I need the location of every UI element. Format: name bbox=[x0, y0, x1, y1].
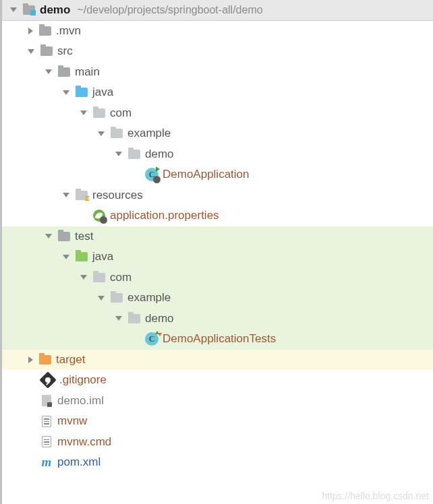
package-icon bbox=[127, 148, 141, 160]
folder-label: .mvn bbox=[56, 24, 81, 38]
excluded-folder-icon bbox=[38, 354, 52, 366]
no-arrow-spacer bbox=[26, 398, 36, 404]
folder-label: main bbox=[75, 65, 100, 79]
folder-target[interactable]: target bbox=[2, 350, 433, 371]
chevron-down-icon[interactable] bbox=[80, 111, 87, 115]
folder-test[interactable]: test bbox=[2, 226, 433, 247]
chevron-down-icon[interactable] bbox=[10, 7, 17, 12]
chevron-down-icon[interactable] bbox=[45, 234, 52, 239]
spring-boot-class-icon: C bbox=[145, 168, 158, 181]
file-mvnw-cmd[interactable]: mvnw.cmd bbox=[2, 432, 433, 453]
file-mvnw[interactable]: mvnw bbox=[2, 411, 433, 432]
folder-label: java bbox=[92, 250, 113, 263]
file-gitignore[interactable]: .gitignore bbox=[2, 370, 433, 391]
no-arrow-spacer bbox=[26, 418, 36, 424]
project-path-label: ~/develop/projects/springboot-all/demo bbox=[77, 4, 262, 16]
folder-icon bbox=[38, 25, 52, 37]
folder-demo-test[interactable]: demo bbox=[2, 309, 433, 329]
folder-label: demo bbox=[145, 148, 174, 161]
chevron-down-icon[interactable] bbox=[63, 90, 69, 95]
no-arrow-spacer bbox=[79, 212, 88, 219]
chevron-right-icon[interactable] bbox=[28, 356, 33, 363]
file-label: application.properties bbox=[110, 209, 219, 222]
chevron-down-icon[interactable] bbox=[28, 49, 34, 54]
chevron-down-icon[interactable] bbox=[63, 193, 69, 197]
file-label: pom.xml bbox=[57, 455, 100, 469]
folder-label: example bbox=[127, 127, 171, 140]
folder-label: java bbox=[92, 86, 113, 99]
file-label: demo.iml bbox=[57, 394, 104, 408]
folder-com-main[interactable]: com bbox=[2, 103, 433, 124]
test-sources-group: test java com example demo C D bbox=[2, 226, 433, 350]
folder-label: test bbox=[75, 230, 93, 243]
file-label: .gitignore bbox=[59, 373, 107, 387]
spring-config-icon bbox=[92, 210, 106, 222]
package-icon bbox=[127, 313, 141, 325]
chevron-down-icon[interactable] bbox=[63, 255, 69, 259]
folder-label: src bbox=[57, 44, 73, 58]
no-arrow-spacer bbox=[132, 336, 141, 342]
file-application-properties[interactable]: application.properties bbox=[2, 206, 433, 226]
project-root-row[interactable]: demo ~/develop/projects/springboot-all/d… bbox=[2, 0, 433, 21]
gitignore-icon bbox=[40, 374, 55, 386]
folder-example-test[interactable]: example bbox=[2, 288, 433, 309]
file-demo-application[interactable]: C DemoApplication bbox=[2, 164, 433, 185]
resources-folder-icon bbox=[75, 189, 88, 201]
file-label: mvnw.cmd bbox=[57, 435, 111, 449]
chevron-down-icon[interactable] bbox=[45, 69, 52, 74]
folder-java-test[interactable]: java bbox=[2, 247, 433, 267]
folder-example-main[interactable]: example bbox=[2, 123, 433, 144]
no-arrow-spacer bbox=[26, 377, 36, 383]
package-icon bbox=[110, 292, 123, 304]
file-label: DemoApplication bbox=[163, 168, 250, 181]
chevron-down-icon[interactable] bbox=[115, 152, 122, 156]
file-demo-iml[interactable]: demo.iml bbox=[2, 391, 433, 412]
file-label: DemoApplicationTests bbox=[163, 332, 276, 346]
folder-label: target bbox=[56, 353, 85, 367]
chevron-right-icon[interactable] bbox=[28, 28, 33, 34]
no-arrow-spacer bbox=[26, 439, 36, 445]
project-tree[interactable]: demo ~/develop/projects/springboot-all/d… bbox=[0, 0, 433, 504]
file-demo-application-tests[interactable]: C DemoApplicationTests bbox=[2, 329, 433, 350]
folder-label: example bbox=[127, 291, 171, 305]
source-folder-icon bbox=[75, 86, 88, 98]
project-name-label: demo bbox=[40, 3, 70, 17]
text-file-icon bbox=[40, 415, 53, 427]
folder-main[interactable]: main bbox=[2, 62, 433, 83]
folder-java-main[interactable]: java bbox=[2, 82, 433, 103]
package-icon bbox=[92, 272, 106, 284]
folder-icon bbox=[40, 45, 53, 57]
chevron-down-icon[interactable] bbox=[98, 131, 105, 136]
folder-mvn[interactable]: .mvn bbox=[2, 21, 433, 42]
chevron-down-icon[interactable] bbox=[115, 316, 122, 321]
folder-resources[interactable]: resources bbox=[2, 185, 433, 206]
iml-file-icon bbox=[40, 395, 53, 407]
package-icon bbox=[110, 127, 123, 139]
test-class-icon: C bbox=[145, 333, 158, 345]
no-arrow-spacer bbox=[132, 171, 141, 178]
chevron-down-icon[interactable] bbox=[98, 296, 105, 301]
folder-icon bbox=[57, 66, 71, 78]
no-arrow-spacer bbox=[26, 459, 36, 466]
package-icon bbox=[92, 107, 106, 119]
maven-icon: m bbox=[40, 456, 53, 468]
folder-src[interactable]: src bbox=[2, 41, 433, 62]
chevron-down-icon[interactable] bbox=[80, 275, 87, 280]
text-file-icon bbox=[40, 436, 53, 448]
file-label: mvnw bbox=[57, 414, 87, 428]
folder-label: resources bbox=[92, 189, 143, 202]
folder-label: com bbox=[110, 271, 132, 284]
file-pom-xml[interactable]: m pom.xml bbox=[2, 452, 433, 473]
folder-icon bbox=[22, 4, 36, 16]
folder-demo-main[interactable]: demo bbox=[2, 144, 433, 165]
folder-icon bbox=[57, 230, 71, 243]
folder-label: com bbox=[110, 106, 132, 120]
folder-com-test[interactable]: com bbox=[2, 267, 433, 288]
test-source-folder-icon bbox=[75, 251, 88, 263]
folder-label: demo bbox=[145, 312, 174, 325]
